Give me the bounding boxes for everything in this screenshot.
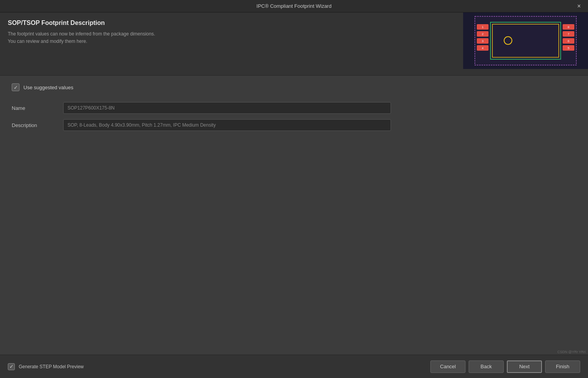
name-label: Name <box>12 105 59 111</box>
pcb-preview-image: 1 2 3 4 8 7 6 5 <box>463 12 588 69</box>
svg-rect-21 <box>475 16 576 65</box>
page-title: SOP/TSOP Footprint Description <box>8 19 463 26</box>
use-suggested-row: ✓ Use suggested values <box>12 83 576 91</box>
footer-buttons: Cancel Back Next Finish <box>430 360 580 373</box>
checkbox-checkmark: ✓ <box>14 85 18 90</box>
pcb-svg: 1 2 3 4 8 7 6 5 <box>463 12 588 69</box>
footer: ✓ Generate STEP Model Preview Cancel Bac… <box>0 355 588 378</box>
title-bar: IPC® Compliant Footprint Wizard × <box>0 0 588 12</box>
name-row: Name <box>12 102 576 114</box>
description-row: Description <box>12 119 576 131</box>
window-title: IPC® Compliant Footprint Wizard <box>256 3 331 9</box>
main-content: ✓ Use suggested values Name Description <box>0 76 588 355</box>
use-suggested-checkbox[interactable]: ✓ <box>12 83 20 91</box>
finish-button[interactable]: Finish <box>545 360 580 373</box>
subtitle-line1: The footprint values can now be inferred… <box>8 31 155 37</box>
description-input[interactable] <box>63 119 391 131</box>
use-suggested-label[interactable]: Use suggested values <box>23 85 73 90</box>
footer-left: ✓ Generate STEP Model Preview <box>8 363 84 370</box>
name-input[interactable] <box>63 102 391 114</box>
step-model-checkmark: ✓ <box>9 364 14 369</box>
close-button[interactable]: × <box>570 0 588 12</box>
description-label: Description <box>12 122 59 128</box>
close-icon: × <box>577 3 581 10</box>
back-button[interactable]: Back <box>469 360 504 373</box>
step-model-checkbox[interactable]: ✓ <box>8 363 15 370</box>
subtitle-line2: You can review and modify them here. <box>8 39 87 44</box>
next-button[interactable]: Next <box>507 360 542 373</box>
header-text-block: SOP/TSOP Footprint Description The footp… <box>8 19 463 45</box>
header-subtitle: The footprint values can now be inferred… <box>8 30 463 45</box>
cancel-button[interactable]: Cancel <box>430 360 465 373</box>
step-model-label[interactable]: Generate STEP Model Preview <box>19 364 84 369</box>
header-section: SOP/TSOP Footprint Description The footp… <box>0 12 588 76</box>
watermark-text: CSDN @YRr YRri <box>558 350 586 354</box>
